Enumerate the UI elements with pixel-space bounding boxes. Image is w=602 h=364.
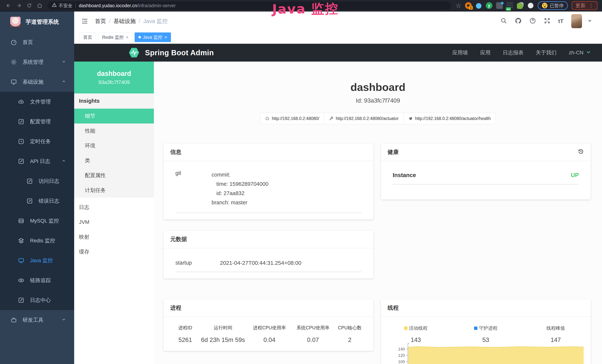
close-icon[interactable]: ×: [164, 35, 167, 40]
sba-item-scheduled-tasks[interactable]: 计划任务: [74, 183, 154, 198]
service-url-button[interactable]: http://192.168.0.2:48080/: [260, 113, 324, 124]
actuator-url-button[interactable]: http://192.168.0.2:48080/actuator: [324, 113, 404, 124]
legend-daemon-threads: 守护进程 53: [451, 325, 521, 343]
sba-sidebar: dashboard 93a3fc7f7409 Insights 细节 性能 环境…: [74, 62, 154, 364]
breadcrumb-separator: /: [139, 18, 140, 24]
sba-app-name: dashboard: [97, 70, 131, 77]
sba-item-classes[interactable]: 类: [74, 153, 154, 168]
sidebar-item-dev-tools[interactable]: 研发工具: [0, 310, 74, 330]
sba-item-details[interactable]: 细节: [74, 109, 154, 124]
help-icon[interactable]: [529, 17, 536, 25]
y-tick-100: 100: [398, 359, 405, 364]
metadata-value: 2021-04-27T00:44:31.254+08:00: [220, 260, 301, 266]
search-icon[interactable]: [500, 17, 507, 25]
sba-nav-wall[interactable]: 应用墙: [452, 49, 468, 56]
sba-instance-header[interactable]: dashboard 93a3fc7f7409: [74, 62, 154, 94]
health-url-button[interactable]: http://192.168.0.2:48080/actuator/health: [403, 113, 496, 124]
sba-item-jvm[interactable]: JVM: [74, 215, 154, 230]
git-commit-line: commit:: [212, 170, 269, 179]
sba-item-logs[interactable]: 日志: [74, 200, 154, 215]
forward-icon[interactable]: [15, 2, 23, 9]
legend-label: 活动线程: [409, 325, 428, 331]
chevron-up-icon: [62, 158, 66, 164]
edit-square-icon: [26, 198, 33, 204]
sidebar-item-error-log[interactable]: 错误日志: [0, 191, 74, 211]
process-card-title: 进程: [163, 299, 373, 317]
hamburger-icon[interactable]: [81, 17, 89, 25]
sidebar-item-file[interactable]: 文件管理: [0, 92, 74, 112]
dashboard-icon: [10, 39, 17, 46]
sba-navbar: Spring Boot Admin 应用墙 应用 日志报表 关于我们 zh-CN: [74, 44, 602, 62]
live-threads-area: [408, 347, 584, 364]
sidebar-item-redis[interactable]: Redis 监控: [0, 231, 74, 250]
sidebar-item-trace[interactable]: 链路追踪: [0, 270, 74, 290]
extension-icon-green[interactable]: y: [486, 2, 493, 9]
sba-item-metrics[interactable]: 性能: [74, 124, 154, 138]
extension-icon-orange[interactable]: 1: [465, 2, 472, 9]
edit-square-icon: [18, 297, 24, 304]
sidebar-item-config[interactable]: 配置管理: [0, 112, 74, 131]
bookmark-star-icon[interactable]: ☆: [456, 2, 461, 9]
extension-on-badge: on: [506, 7, 511, 11]
sidebar-item-access-log[interactable]: 访问日志: [0, 171, 74, 191]
tab-redis-monitor[interactable]: Redis 监控 ×: [98, 32, 132, 42]
avatar-caret-icon[interactable]: [588, 20, 592, 22]
sba-item-mappings[interactable]: 映射: [74, 230, 154, 244]
sba-content: dashboard Id: 93a3fc7f7409 http://192.16…: [154, 62, 602, 364]
sidebar-item-home[interactable]: 首页: [0, 32, 74, 52]
sba-item-environment[interactable]: 环境: [74, 138, 154, 153]
history-icon[interactable]: [578, 148, 584, 156]
sba-locale-select[interactable]: zh-CN: [569, 50, 591, 56]
sidebar-item-label: Redis 监控: [30, 237, 55, 244]
home-icon[interactable]: [36, 2, 43, 9]
tab-java-monitor[interactable]: Java 监控 ×: [135, 32, 171, 42]
extension-icon-drop[interactable]: [475, 2, 482, 9]
back-icon[interactable]: [5, 2, 12, 9]
process-table-values: 5261 6d 23h 15m 59s 0.04 0.07 2: [172, 336, 365, 343]
breadcrumb-infra[interactable]: 基础设施: [113, 17, 136, 25]
sidebar-item-system[interactable]: 系统管理: [0, 52, 74, 72]
metadata-card-title: 元数据: [163, 231, 373, 248]
sba-nav-applications[interactable]: 应用: [480, 49, 491, 56]
sba-nav-about[interactable]: 关于我们: [536, 49, 557, 56]
sba-item-config-props[interactable]: 配置属性: [74, 168, 154, 183]
sidebar-item-log-center[interactable]: 日志中心: [0, 290, 74, 310]
instance-link-buttons: http://192.168.0.2:48080/ http://192.168…: [154, 113, 602, 124]
sidebar-item-job[interactable]: 定时任务: [0, 131, 74, 151]
sidebar-item-infra[interactable]: 基础设施: [0, 72, 74, 92]
breadcrumb-home[interactable]: 首页: [95, 17, 106, 25]
status-badge: UP: [571, 172, 579, 179]
sidebar-item-label: 日志中心: [30, 297, 51, 304]
extensions-puzzle-icon[interactable]: [527, 2, 534, 9]
sba-item-caches[interactable]: 缓存: [74, 244, 154, 259]
sidebar-item-api-log[interactable]: API 日志: [0, 151, 74, 171]
reload-icon[interactable]: [26, 2, 33, 9]
process-table: 进程ID 运行时间 进程CPU使用率 系统CPU使用率 CPU核心数 5261 …: [163, 317, 373, 343]
metadata-card: 元数据 startup 2021-04-27T00:44:31.254+08:0…: [163, 231, 373, 278]
fullscreen-icon[interactable]: [544, 17, 550, 25]
address-bar[interactable]: 不安全 dashboard.yudao.iocoder.cn/infra/adm…: [47, 1, 451, 10]
tab-home[interactable]: 首页: [79, 32, 96, 42]
close-icon[interactable]: ×: [126, 35, 129, 40]
edit-icon: [18, 118, 24, 125]
metadata-key: startup: [175, 260, 220, 266]
profile-paused-badge[interactable]: 已暂停: [538, 1, 568, 10]
user-avatar[interactable]: [571, 14, 582, 28]
app-logo-row[interactable]: 芋道管理系统: [0, 11, 74, 32]
legend-label: 线程峰值: [546, 325, 565, 331]
extension-icon-leaf[interactable]: [517, 2, 524, 9]
browser-update-button[interactable]: 更新 ⋮: [572, 1, 598, 10]
breadcrumb-separator: /: [109, 18, 110, 24]
chrome-menu-icon[interactable]: ⋮: [589, 3, 594, 9]
sidebar-item-mysql[interactable]: MySQL 监控: [0, 211, 74, 231]
gear-icon: [10, 59, 17, 65]
extension-icon-grid[interactable]: [496, 2, 503, 9]
sba-instance-id: 93a3fc7f7409: [98, 79, 130, 85]
github-icon[interactable]: [515, 17, 522, 25]
chevron-down-icon: [62, 317, 66, 323]
font-size-icon[interactable]: tT: [558, 18, 563, 24]
sba-brand[interactable]: Spring Boot Admin: [145, 49, 214, 57]
sba-nav-journal[interactable]: 日志报表: [503, 49, 524, 56]
extension-icon-list[interactable]: on: [506, 2, 513, 9]
sidebar-item-java[interactable]: Java 监控: [0, 250, 74, 270]
